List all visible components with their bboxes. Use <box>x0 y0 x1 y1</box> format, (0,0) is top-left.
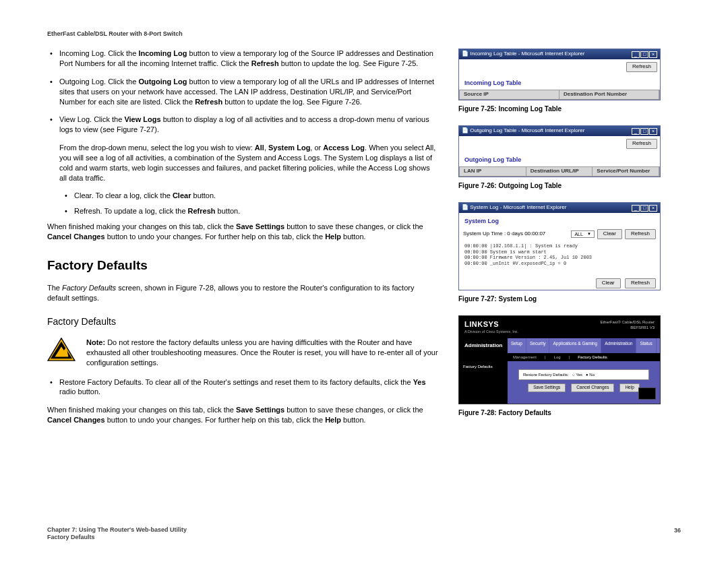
restore-item: Restore Factory Defaults. To clear all o… <box>59 377 438 398</box>
window-controls[interactable]: _□× <box>632 205 657 212</box>
figure-caption: Figure 7-25: Incoming Log Table <box>458 104 661 114</box>
refresh-button[interactable]: Refresh <box>626 62 657 72</box>
note-text: Note: Do not restore the factory default… <box>86 338 438 368</box>
window-controls[interactable]: _□× <box>632 51 657 58</box>
nav-label: Factory Defaults <box>459 361 508 404</box>
main-text-column: Incoming Log. Click the Incoming Log but… <box>47 49 438 433</box>
figure-7-27: 📄 System Log - Microsoft Internet Explor… <box>458 202 661 303</box>
warning-icon <box>47 338 75 362</box>
tab-bar[interactable]: SetupSecurityApplications & GamingAdmini… <box>508 338 660 354</box>
yes-radio[interactable]: Yes <box>576 373 582 377</box>
figure-caption: Figure 7-26: Outgoing Log Table <box>458 181 661 191</box>
window-title: 📄 Incoming Log Table - Microsoft Interne… <box>462 51 584 58</box>
figure-7-26: 📄 Outgoing Log Table - Microsoft Interne… <box>458 125 661 190</box>
column-headers: Source IPDestination Port Number <box>459 90 660 100</box>
model-name: EtherFast® Cable/DSL Router <box>600 319 655 325</box>
page-number: 36 <box>674 526 681 542</box>
figures-column: 📄 Incoming Log Table - Microsoft Interne… <box>458 49 661 433</box>
page-footer: Chapter 7: Using The Router's Web-based … <box>47 526 681 542</box>
save-settings-button[interactable]: Save Settings <box>528 383 566 392</box>
log-select[interactable]: ALL▼ <box>571 230 594 238</box>
cancel-changes-button[interactable]: Cancel Changes <box>571 383 614 392</box>
outgoing-log-item: Outgoing Log. Click the Outgoing Log but… <box>59 77 438 107</box>
note-block: Note: Do not restore the factory default… <box>47 338 438 368</box>
log-content: 00:00:00 |192.168.1.1| : System is ready… <box>459 241 660 277</box>
admin-label: Administration <box>459 338 508 354</box>
log-heading: Outgoing Log Table <box>459 152 660 166</box>
uptime-text: System Up Time : 0 days 00:00:07 <box>463 230 545 238</box>
model-version: BEFSR81 V3 <box>600 325 655 330</box>
window-title: 📄 Outgoing Log Table - Microsoft Interne… <box>462 127 584 135</box>
refresh-item: Refresh. To update a log, click the Refr… <box>74 206 438 216</box>
column-headers: LAN IPDestination URL/IPService/Port Num… <box>459 166 660 177</box>
factory-defaults-intro: The Factory Defaults screen, shown in Fi… <box>47 283 438 303</box>
refresh-button[interactable]: Refresh <box>626 139 657 149</box>
save-paragraph-1: When finished making your changes on thi… <box>47 222 438 242</box>
dropdown-paragraph: From the drop-down menu, select the log … <box>59 143 438 183</box>
figure-caption: Figure 7-28: Factory Defaults <box>458 408 661 418</box>
subsection-heading: Factory Defaults <box>47 315 438 328</box>
refresh-button[interactable]: Refresh <box>625 278 656 288</box>
subtab-bar[interactable]: Management|Log|Factory Defaults <box>459 353 660 361</box>
linksys-logo: LINKSYS <box>464 319 518 330</box>
window-controls[interactable]: _□× <box>632 128 657 135</box>
figure-caption: Figure 7-27: System Log <box>458 294 661 304</box>
figure-7-25: 📄 Incoming Log Table - Microsoft Interne… <box>458 49 661 113</box>
clear-item: Clear. To clear a log, click the Clear b… <box>74 191 438 201</box>
incoming-log-item: Incoming Log. Click the Incoming Log but… <box>59 49 438 69</box>
document-title: EtherFast Cable/DSL Router with 8-Port S… <box>47 30 681 38</box>
cisco-logo <box>638 387 656 400</box>
log-heading: System Log <box>459 213 660 228</box>
view-log-item: View Log. Click the View Logs button to … <box>59 115 438 135</box>
clear-button[interactable]: Clear <box>597 229 622 239</box>
restore-option-row: Restore Factory Defaults: ○ Yes ● No <box>518 369 649 380</box>
no-radio[interactable]: No <box>589 373 595 377</box>
log-heading: Incoming Log Table <box>459 75 660 90</box>
section-heading: Factory Defaults <box>47 257 438 274</box>
help-button[interactable]: Help <box>619 383 639 392</box>
window-title: 📄 System Log - Microsoft Internet Explor… <box>462 204 566 212</box>
linksys-subtitle: A Division of Cisco Systems, Inc. <box>464 330 518 334</box>
save-paragraph-2: When finished making your changes on thi… <box>47 405 438 425</box>
figure-7-28: LINKSYS A Division of Cisco Systems, Inc… <box>458 315 661 418</box>
clear-button[interactable]: Clear <box>596 278 621 288</box>
refresh-button[interactable]: Refresh <box>625 229 656 239</box>
